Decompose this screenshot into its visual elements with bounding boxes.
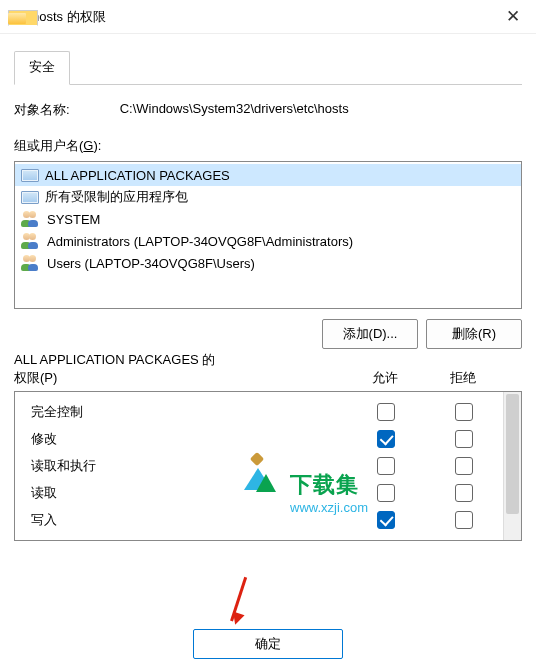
groups-listbox[interactable]: ALL APPLICATION PACKAGES所有受限制的应用程序包SYSTE… bbox=[14, 161, 522, 309]
allow-checkbox[interactable] bbox=[377, 403, 395, 421]
object-row: 对象名称: C:\Windows\System32\drivers\etc\ho… bbox=[14, 101, 522, 119]
close-button[interactable]: ✕ bbox=[490, 0, 536, 34]
groups-label-pre: 组或用户名( bbox=[14, 138, 83, 153]
list-item-label: Administrators (LAPTOP-34OVQG8F\Administ… bbox=[47, 234, 353, 249]
perm-col-allow: 允许 bbox=[346, 369, 424, 387]
perm-name: 完全控制 bbox=[31, 403, 347, 421]
ok-button[interactable]: 确定 bbox=[193, 629, 343, 659]
users-icon bbox=[21, 255, 41, 271]
allow-checkbox[interactable] bbox=[377, 511, 395, 529]
perm-title: ALL APPLICATION PACKAGES 的 权限(P) bbox=[14, 351, 346, 387]
remove-button[interactable]: 删除(R) bbox=[426, 319, 522, 349]
title-bar: hosts 的权限 ✕ bbox=[0, 0, 536, 34]
perm-row: 读取和执行 bbox=[15, 452, 503, 479]
perm-title-hotkey: P bbox=[44, 370, 53, 385]
perm-title-post: ) bbox=[53, 370, 57, 385]
scrollbar-thumb[interactable] bbox=[506, 394, 519, 514]
deny-checkbox[interactable] bbox=[455, 511, 473, 529]
list-item-label: Users (LAPTOP-34OVQG8F\Users) bbox=[47, 256, 255, 271]
perm-name: 读取和执行 bbox=[31, 457, 347, 475]
perm-name: 读取 bbox=[31, 484, 347, 502]
list-item-label: ALL APPLICATION PACKAGES bbox=[45, 168, 230, 183]
allow-checkbox[interactable] bbox=[377, 484, 395, 502]
list-item[interactable]: Administrators (LAPTOP-34OVQG8F\Administ… bbox=[15, 230, 521, 252]
perm-name: 写入 bbox=[31, 511, 347, 529]
bottom-button-row: 确定 bbox=[0, 629, 536, 659]
users-icon bbox=[21, 211, 41, 227]
perm-row: 写入 bbox=[15, 506, 503, 533]
deny-checkbox[interactable] bbox=[455, 484, 473, 502]
scrollbar[interactable] bbox=[503, 392, 521, 540]
allow-checkbox[interactable] bbox=[377, 457, 395, 475]
list-item[interactable]: Users (LAPTOP-34OVQG8F\Users) bbox=[15, 252, 521, 274]
perm-row: 读取 bbox=[15, 479, 503, 506]
app-package-icon bbox=[21, 191, 39, 204]
deny-checkbox[interactable] bbox=[455, 403, 473, 421]
tab-security[interactable]: 安全 bbox=[14, 51, 70, 85]
list-item[interactable]: 所有受限制的应用程序包 bbox=[15, 186, 521, 208]
list-item[interactable]: SYSTEM bbox=[15, 208, 521, 230]
perm-row: 完全控制 bbox=[15, 398, 503, 425]
perm-name: 修改 bbox=[31, 430, 347, 448]
app-package-icon bbox=[21, 169, 39, 182]
list-item[interactable]: ALL APPLICATION PACKAGES bbox=[15, 164, 521, 186]
object-label: 对象名称: bbox=[14, 101, 70, 119]
red-arrow-annotation bbox=[230, 575, 233, 621]
perm-col-deny: 拒绝 bbox=[424, 369, 502, 387]
groups-label: 组或用户名(G): bbox=[14, 137, 522, 155]
folder-icon bbox=[8, 10, 26, 24]
tab-strip: 安全 bbox=[14, 50, 522, 85]
perm-table: 完全控制修改读取和执行读取写入 bbox=[14, 391, 522, 541]
users-icon bbox=[21, 233, 41, 249]
list-item-label: 所有受限制的应用程序包 bbox=[45, 188, 188, 206]
groups-label-post: ): bbox=[93, 138, 101, 153]
deny-checkbox[interactable] bbox=[455, 430, 473, 448]
perm-row: 修改 bbox=[15, 425, 503, 452]
object-value: C:\Windows\System32\drivers\etc\hosts bbox=[120, 101, 349, 119]
allow-checkbox[interactable] bbox=[377, 430, 395, 448]
perm-header: ALL APPLICATION PACKAGES 的 权限(P) 允许 拒绝 bbox=[14, 351, 522, 387]
groups-label-hotkey: G bbox=[83, 138, 93, 153]
window-title: hosts 的权限 bbox=[32, 8, 106, 26]
groups-button-row: 添加(D)... 删除(R) bbox=[14, 319, 522, 349]
add-button[interactable]: 添加(D)... bbox=[322, 319, 418, 349]
list-item-label: SYSTEM bbox=[47, 212, 100, 227]
deny-checkbox[interactable] bbox=[455, 457, 473, 475]
